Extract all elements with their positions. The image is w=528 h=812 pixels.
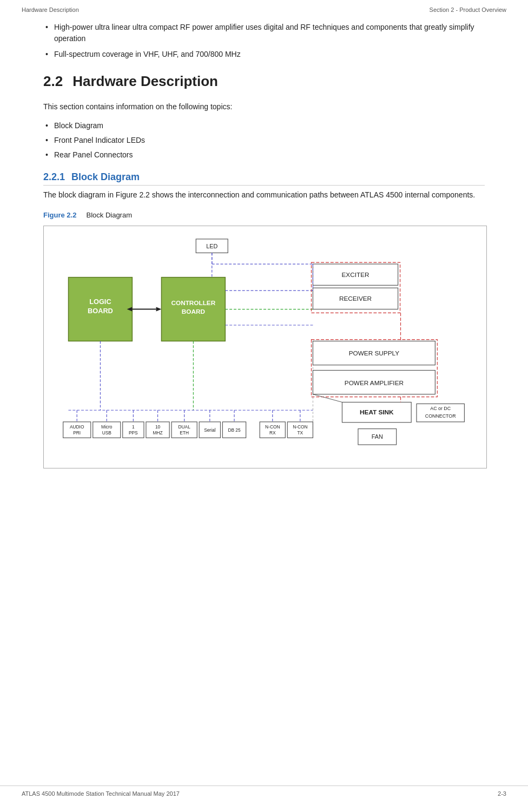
svg-text:TX: TX bbox=[298, 430, 303, 435]
topic-3: Rear Panel Connectors bbox=[43, 149, 485, 161]
topic-1: Block Diagram bbox=[43, 120, 485, 131]
figure-number: Figure 2.2 bbox=[43, 211, 76, 219]
svg-text:USB: USB bbox=[102, 430, 112, 435]
subsection-number: 2.2.1 bbox=[43, 171, 65, 182]
svg-text:DUAL: DUAL bbox=[179, 424, 191, 429]
svg-text:MHZ: MHZ bbox=[153, 430, 163, 435]
svg-text:Micro: Micro bbox=[101, 424, 113, 429]
figure-label: Figure 2.2 Block Diagram bbox=[43, 211, 485, 219]
block-desc: The block diagram in Figure 2.2 shows th… bbox=[43, 189, 485, 201]
figure-title: Block Diagram bbox=[86, 211, 132, 219]
svg-text:POWER SUPPLY: POWER SUPPLY bbox=[349, 349, 399, 357]
footer-left: ATLAS 4500 Multimode Station Technical M… bbox=[22, 790, 180, 797]
svg-marker-7 bbox=[156, 307, 162, 311]
subsection-title-text: Block Diagram bbox=[71, 171, 140, 182]
intro-bullet-2: Full-spectrum coverage in VHF, UHF, and … bbox=[43, 49, 485, 60]
block-diagram-container: LED LOGIC BOARD CONTROLLER BOARD bbox=[43, 226, 487, 469]
svg-text:BOARD: BOARD bbox=[182, 308, 205, 315]
svg-text:EXCITER: EXCITER bbox=[342, 270, 369, 278]
page-header: Hardware Description Section 2 - Product… bbox=[0, 0, 528, 16]
svg-text:LOGIC: LOGIC bbox=[89, 298, 111, 306]
section-intro: This section contains information on the… bbox=[43, 101, 485, 113]
page-footer: ATLAS 4500 Multimode Station Technical M… bbox=[0, 785, 528, 801]
footer-right: 2-3 bbox=[498, 790, 506, 797]
section-number: 2.2 bbox=[43, 73, 63, 89]
subsection-title: 2.2.1Block Diagram bbox=[43, 171, 485, 186]
svg-text:PPS: PPS bbox=[129, 430, 138, 435]
block-diagram-svg: LED LOGIC BOARD CONTROLLER BOARD bbox=[52, 235, 478, 458]
svg-text:AC or DC: AC or DC bbox=[430, 406, 451, 411]
intro-bullet-1: High-power ultra linear ultra compact RF… bbox=[43, 22, 485, 44]
svg-text:HEAT SINK: HEAT SINK bbox=[360, 408, 394, 415]
svg-text:1: 1 bbox=[132, 424, 135, 429]
svg-text:N-CON: N-CON bbox=[265, 424, 280, 429]
svg-text:CONTROLLER: CONTROLLER bbox=[171, 299, 216, 306]
intro-bullets: High-power ultra linear ultra compact RF… bbox=[43, 22, 485, 60]
section-topics: Block Diagram Front Panel Indicator LEDs… bbox=[43, 120, 485, 161]
svg-text:CONNECTOR: CONNECTOR bbox=[425, 413, 456, 419]
svg-text:N-CON: N-CON bbox=[293, 424, 307, 429]
svg-text:10: 10 bbox=[155, 424, 161, 429]
svg-text:BOARD: BOARD bbox=[88, 307, 113, 315]
svg-text:RECEIVER: RECEIVER bbox=[339, 295, 372, 302]
svg-text:FAN: FAN bbox=[372, 433, 383, 440]
svg-text:PRI: PRI bbox=[73, 430, 81, 435]
header-right: Section 2 - Product Overview bbox=[430, 6, 506, 13]
header-left: Hardware Description bbox=[22, 6, 79, 13]
section-title-text: Hardware Description bbox=[72, 73, 218, 89]
svg-text:RX: RX bbox=[269, 430, 276, 435]
svg-text:ETH: ETH bbox=[180, 430, 189, 435]
svg-text:POWER AMPLIFIER: POWER AMPLIFIER bbox=[345, 379, 404, 386]
svg-line-74 bbox=[313, 394, 342, 402]
section-title: 2.2Hardware Description bbox=[43, 73, 485, 90]
topic-2: Front Panel Indicator LEDs bbox=[43, 135, 485, 146]
svg-text:Serial: Serial bbox=[204, 427, 215, 432]
svg-text:AUDIO: AUDIO bbox=[70, 424, 84, 429]
main-content: High-power ultra linear ultra compact RF… bbox=[0, 16, 528, 512]
svg-text:DB 25: DB 25 bbox=[228, 427, 241, 432]
svg-text:LED: LED bbox=[206, 242, 217, 249]
